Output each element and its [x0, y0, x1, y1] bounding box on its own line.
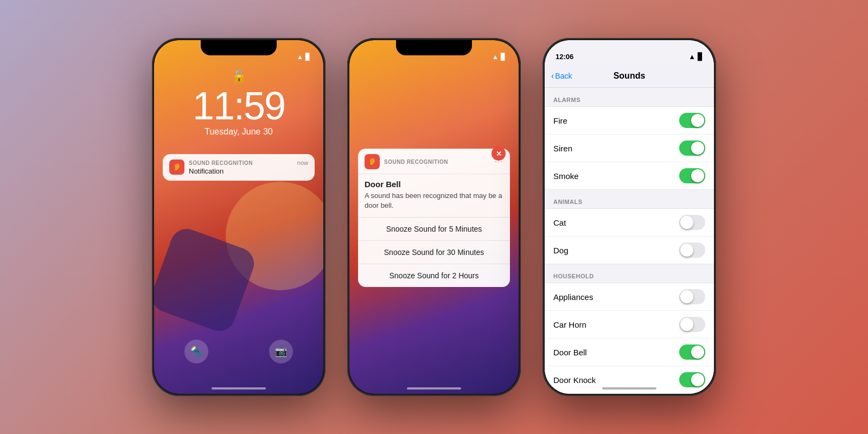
lock-date: Tuesday, June 30 [205, 127, 272, 137]
section-header-alarms: ALARMS [545, 88, 714, 106]
notch [201, 40, 277, 55]
toggle-siren[interactable] [679, 141, 705, 156]
home-bar-2 [407, 387, 461, 390]
snooze-actions: Snooze Sound for 5 Minutes Snooze Sound … [358, 217, 510, 287]
close-notification-button[interactable]: ✕ [492, 146, 506, 161]
settings-row-cat: Cat [545, 209, 714, 237]
settings-row-fire: Fire [545, 107, 714, 135]
settings-row-appliances: Appliances [545, 283, 714, 311]
settings-row-doorknock: Door Knock [545, 366, 714, 394]
wifi-icon-2: ▲ [492, 53, 499, 61]
label-doorbell: Door Bell [553, 348, 587, 357]
settings-screen: 12:06 ▲ ▊ ‹ Back Sounds ALARMS [545, 40, 714, 394]
battery-icon-2: ▊ [501, 53, 506, 61]
lock-icon: 🔓 [232, 69, 246, 84]
battery-icon: ▊ [305, 53, 310, 61]
toggle-smoke[interactable] [679, 168, 705, 183]
settings-content: ALARMS Fire Siren Smoke [545, 88, 714, 394]
label-appliances: Appliances [553, 292, 593, 302]
back-chevron-icon: ‹ [551, 71, 554, 81]
nav-title: Sounds [614, 71, 646, 81]
settings-wifi-icon: ▲ [688, 53, 695, 61]
settings-battery-icon: ▊ [698, 53, 703, 61]
notch-2 [396, 40, 472, 55]
torch-button[interactable]: 🔦 [184, 340, 208, 363]
snooze-5-minutes-button[interactable]: Snooze Sound for 5 Minutes [358, 218, 510, 241]
settings-row-doorbell: Door Bell [545, 339, 714, 366]
settings-row-dog: Dog [545, 237, 714, 264]
animals-group: Cat Dog [545, 208, 714, 264]
home-bar-1 [212, 387, 266, 390]
notif-app-name: SOUND RECOGNITION [189, 160, 253, 166]
back-button[interactable]: ‹ Back [551, 71, 572, 81]
section-header-animals: ANIMALS [545, 190, 714, 208]
phone-3: 12:06 ▲ ▊ ‹ Back Sounds ALARMS [542, 38, 716, 396]
expanded-description: A sound has been recognized that may be … [365, 191, 503, 210]
lock-notification: 👂 SOUND RECOGNITION now Notification [163, 154, 315, 181]
label-dog: Dog [553, 246, 569, 255]
label-doorknock: Door Knock [553, 375, 596, 385]
phone-1: ▲ ▊ 🔓 11:59 Tuesday, June 30 👂 SOUND REC… [152, 38, 326, 396]
notif-message: Notification [189, 167, 308, 175]
toggle-fire[interactable] [679, 113, 705, 128]
expanded-header: 👂 SOUND RECOGNITION ··· [358, 149, 510, 174]
toggle-dog[interactable] [679, 242, 705, 258]
toggle-doorbell[interactable] [679, 344, 705, 360]
settings-time: 12:06 [556, 53, 573, 61]
notif-content: SOUND RECOGNITION now Notification [189, 159, 308, 175]
lock-time: 11:59 [193, 84, 285, 128]
expanded-app-name: SOUND RECOGNITION [384, 159, 448, 165]
notif-app-icon: 👂 [169, 159, 184, 175]
section-header-household: HOUSEHOLD [545, 264, 714, 283]
settings-nav: ‹ Back Sounds [545, 64, 714, 88]
toggle-doorknock[interactable] [679, 372, 705, 387]
status-icons: ▲ ▊ [297, 53, 310, 61]
expanded-body: Door Bell A sound has been recognized th… [358, 174, 510, 217]
wifi-icon: ▲ [297, 53, 303, 61]
label-smoke: Smoke [553, 171, 579, 181]
household-group: Appliances Car Horn Door Bell Door [545, 283, 714, 394]
label-siren: Siren [553, 144, 572, 153]
camera-button[interactable]: 📷 [269, 340, 293, 363]
notif-timestamp: now [297, 159, 308, 166]
notch-3 [591, 40, 667, 55]
toggle-carhorn[interactable] [679, 317, 705, 332]
toggle-appliances[interactable] [679, 289, 705, 304]
home-bar-3 [602, 387, 656, 390]
expanded-title: Door Bell [365, 180, 503, 189]
settings-status-icons: ▲ ▊ [688, 53, 703, 61]
settings-row-siren: Siren [545, 135, 714, 162]
settings-row-smoke: Smoke [545, 162, 714, 189]
expanded-notification-card: 👂 SOUND RECOGNITION ··· Door Bell A soun… [358, 149, 510, 287]
alarms-group: Fire Siren Smoke [545, 106, 714, 190]
snooze-30-minutes-button[interactable]: Snooze Sound for 30 Minutes [358, 241, 510, 264]
snooze-2-hours-button[interactable]: Snooze Sound for 2 Hours [358, 264, 510, 287]
label-fire: Fire [553, 116, 567, 125]
settings-row-carhorn: Car Horn [545, 311, 714, 339]
label-carhorn: Car Horn [553, 320, 586, 329]
back-label: Back [555, 72, 572, 80]
expanded-app-icon: 👂 [365, 154, 380, 169]
expanded-header-left: 👂 SOUND RECOGNITION [365, 154, 448, 169]
toggle-cat[interactable] [679, 215, 705, 230]
phone-2: ▲ ▊ ✕ 👂 SOUND RECOGNITION ··· Door Be [347, 38, 521, 396]
label-cat: Cat [553, 218, 566, 227]
status-icons-2: ▲ ▊ [492, 53, 506, 61]
